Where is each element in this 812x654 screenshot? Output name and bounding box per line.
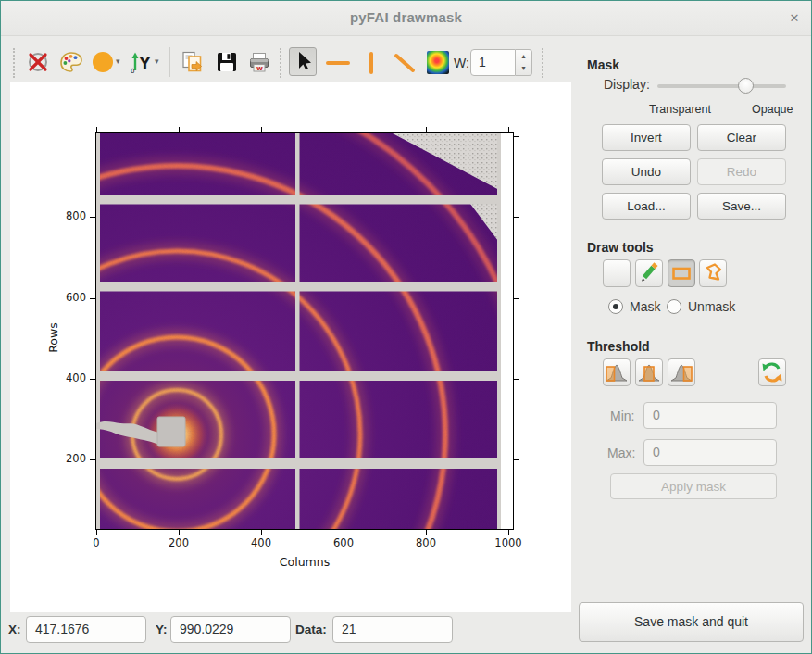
spin-down-icon[interactable]: ▾ — [516, 62, 531, 74]
x-coordinate-label: X: — [8, 623, 21, 636]
width-spinbox[interactable]: 1 — [470, 49, 516, 76]
unmask-radio[interactable] — [667, 299, 681, 314]
y-tick-right — [514, 459, 519, 460]
diagonal-line-icon[interactable] — [393, 52, 417, 76]
apply-mask-button[interactable]: Apply mask — [610, 473, 777, 499]
y-tick-label: 600 — [51, 291, 86, 304]
max-input[interactable]: 0 — [643, 439, 777, 466]
width-spinner[interactable]: ▴ ▾ — [516, 49, 532, 76]
app-window: pyFAI drawmask – ✕ ▾ 0 Y ▾ — [0, 0, 812, 654]
select-tool-button[interactable] — [603, 259, 631, 287]
threshold-section-title: Threshold — [587, 339, 650, 354]
chevron-down-icon[interactable]: ▾ — [155, 57, 159, 66]
horizontal-line-icon[interactable] — [326, 52, 350, 76]
y-coordinate-value: 990.0229 — [170, 616, 291, 643]
spin-up-icon[interactable]: ▴ — [516, 50, 531, 62]
x-tick — [344, 529, 344, 535]
mask-radio[interactable] — [608, 299, 623, 314]
x-tick — [261, 529, 262, 535]
y-tick — [90, 379, 95, 380]
mask-opacity-slider[interactable] — [657, 84, 786, 88]
svg-text:w: w — [256, 64, 263, 72]
mask-radio-label[interactable]: Mask — [630, 299, 660, 314]
x-tick-top — [426, 127, 427, 132]
histogram-below-icon — [604, 359, 630, 385]
width-label: W: — [454, 56, 469, 70]
mask-section-title: Mask — [587, 57, 619, 72]
beamstop — [157, 417, 185, 446]
copy-icon[interactable] — [181, 50, 205, 74]
clear-button[interactable]: Clear — [697, 124, 786, 151]
x-tick-top — [508, 127, 509, 132]
data-value: 21 — [332, 616, 453, 643]
print-icon[interactable]: w — [247, 50, 271, 74]
invert-button[interactable]: Invert — [602, 124, 691, 151]
svg-text:Y: Y — [139, 56, 151, 72]
redo-button[interactable]: Redo — [697, 158, 786, 185]
y-tick-label: 800 — [51, 209, 86, 222]
x-tick-label: 0 — [76, 536, 117, 549]
save-button[interactable]: Save... — [697, 193, 786, 220]
opaque-label: Opaque — [752, 103, 793, 116]
pointer-tool-button[interactable] — [289, 47, 317, 76]
draw-tools-section-title: Draw tools — [587, 240, 654, 255]
y-tick-label: 200 — [51, 452, 86, 465]
chevron-down-icon[interactable]: ▾ — [116, 57, 120, 66]
svg-text:0: 0 — [131, 68, 134, 74]
x-tick — [96, 529, 97, 535]
load-button[interactable]: Load... — [602, 193, 691, 220]
y-tick-right — [514, 136, 519, 137]
save-icon[interactable] — [215, 50, 239, 74]
y-axis-label: Rows — [46, 308, 60, 368]
x-tick — [508, 529, 509, 535]
histogram-above-icon — [668, 359, 694, 385]
x-tick-label: 1000 — [488, 536, 529, 549]
refresh-icon — [759, 359, 785, 385]
mask-opacity-slider-thumb[interactable] — [738, 78, 754, 94]
x-tick-top — [344, 127, 344, 132]
window-title: pyFAI drawmask — [1, 9, 811, 25]
display-label: Display: — [604, 77, 650, 92]
x-tick-top — [179, 127, 180, 132]
toolbar-grip[interactable] — [13, 48, 18, 78]
y-axis-orientation-icon[interactable]: 0 Y — [130, 50, 154, 74]
y-tick — [90, 217, 95, 218]
max-label: Max: — [607, 446, 635, 460]
x-tick-label: 400 — [241, 536, 281, 549]
toolbar-grip[interactable] — [280, 48, 284, 78]
y-coordinate-label: Y: — [156, 623, 168, 636]
palette-icon[interactable] — [59, 50, 83, 74]
refresh-button[interactable] — [758, 358, 786, 386]
polygon-icon — [700, 260, 726, 286]
unmask-radio-label[interactable]: Unmask — [688, 299, 735, 314]
undo-button[interactable]: Undo — [602, 158, 691, 185]
y-tick — [90, 298, 95, 299]
pencil-tool-button[interactable] — [635, 259, 663, 287]
colormap-image-icon[interactable] — [427, 51, 449, 74]
vertical-line-icon[interactable] — [360, 52, 384, 76]
diffraction-image[interactable] — [96, 133, 513, 529]
reset-zoom-icon[interactable] — [26, 50, 50, 74]
x-tick — [179, 529, 180, 535]
x-tick-label: 600 — [323, 536, 364, 549]
min-input[interactable]: 0 — [643, 402, 777, 429]
histogram-between-icon — [636, 359, 662, 385]
x-tick-top — [261, 127, 262, 132]
toolbar-grip[interactable] — [542, 48, 546, 78]
y-tick-right — [514, 217, 519, 218]
threshold-above-button[interactable] — [668, 358, 695, 386]
color-circle-icon[interactable] — [92, 50, 116, 74]
x-axis-label: Columns — [268, 555, 342, 569]
polygon-tool-button[interactable] — [699, 259, 727, 287]
y-tick-right — [514, 379, 519, 380]
rectangle-icon — [668, 260, 694, 286]
save-mask-and-quit-button[interactable]: Save mask and quit — [579, 602, 804, 642]
close-button[interactable]: ✕ — [785, 9, 804, 28]
pencil-icon — [636, 260, 662, 286]
y-tick-label: 400 — [51, 371, 86, 384]
threshold-between-button[interactable] — [635, 358, 663, 386]
transparent-label: Transparent — [649, 103, 711, 116]
minimize-button[interactable]: – — [751, 9, 769, 28]
rectangle-tool-button[interactable] — [668, 259, 695, 287]
threshold-below-button[interactable] — [603, 358, 631, 386]
